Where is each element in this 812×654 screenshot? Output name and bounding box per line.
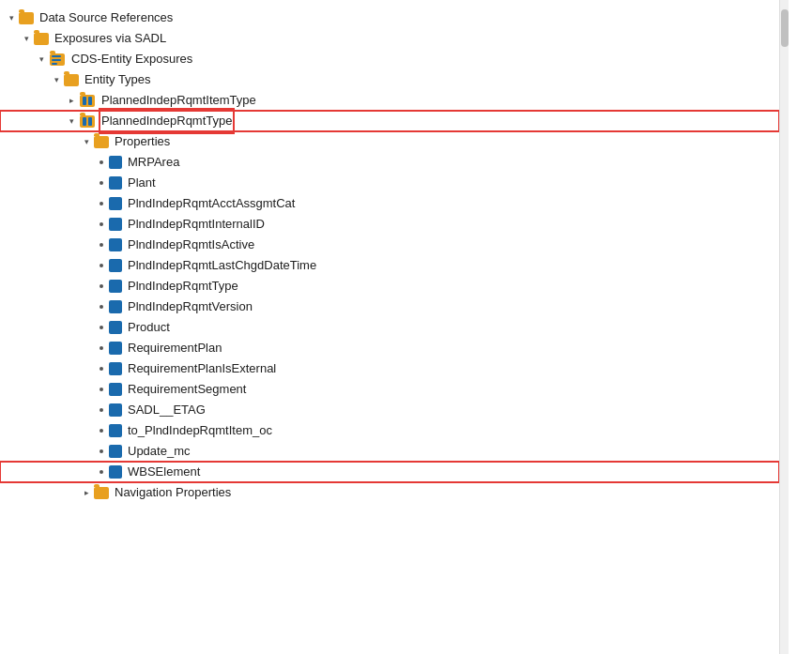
tree-item-mrp-area[interactable]: MRPArea [0,152,779,173]
expand-icon[interactable]: ▸ [79,485,94,500]
tree-item-label: CDS-Entity Exposures [71,49,192,69]
bullet [94,258,109,273]
tree-item-label: PlannedIndepRqmtType [101,111,232,131]
tree-item-plnd-indep-rqmt-internal-id[interactable]: PlndIndepRqmtInternalID [0,214,779,235]
type-icon [79,114,96,129]
tree-item-entity-types[interactable]: ▾Entity Types [0,69,779,90]
tree-item-label: Plant [128,173,156,193]
tree-item-label: Exposures via SADL [54,28,166,49]
bullet [94,464,109,479]
property-icon [109,197,122,210]
tree-item-label: RequirementPlan [128,338,222,358]
tree-item-plnd-indep-rqmt-is-active[interactable]: PlndIndepRqmtIsActive [0,235,779,255]
bullet [94,155,109,170]
bullet [94,175,109,190]
tree-item-label: PlndIndepRqmtAcctAssgmtCat [128,193,295,214]
tree-item-navigation-properties[interactable]: ▸Navigation Properties [0,482,779,503]
tree-item-to-plnd-indep-rqmt-item-oc[interactable]: to_PlndIndepRqmtItem_oc [0,420,779,441]
property-icon [109,342,122,355]
collapse-icon[interactable]: ▾ [34,52,49,67]
scrollbar-thumb[interactable] [781,9,789,47]
bullet [94,217,109,232]
tree-item-exposures-via-sadl[interactable]: ▾Exposures via SADL [0,28,779,49]
tree-item-label: RequirementPlanIsExternal [128,358,276,379]
folder-icon [34,33,49,45]
tree-item-properties[interactable]: ▾Properties [0,131,779,152]
tree-item-label: MRPArea [128,152,179,173]
folder-icon [64,74,79,86]
tree-item-data-source-references[interactable]: ▾Data Source References [0,8,779,28]
tree-item-label: Navigation Properties [115,482,231,503]
tree-item-label: PlndIndepRqmtVersion [128,297,253,317]
bullet [94,237,109,252]
tree-item-planned-indep-rqmt-type[interactable]: ▾ PlannedIndepRqmtType [0,111,779,131]
property-icon [109,176,122,190]
tree-item-update-mc[interactable]: Update_mc [0,441,779,462]
collapse-icon[interactable]: ▾ [49,72,64,87]
tree-item-plant[interactable]: Plant [0,173,779,193]
tree-item-label: PlndIndepRqmtLastChgdDateTime [128,255,316,276]
collapse-icon[interactable]: ▾ [79,134,94,149]
bullet [94,299,109,314]
collapse-icon[interactable]: ▾ [64,114,79,129]
bullet [94,361,109,376]
tree-item-plnd-indep-rqmt-last-chgd-date-time[interactable]: PlndIndepRqmtLastChgdDateTime [0,255,779,276]
tree-item-requirement-plan[interactable]: RequirementPlan [0,338,779,358]
bullet [94,341,109,356]
tree-item-requirement-segment[interactable]: RequirementSegment [0,379,779,400]
tree-item-wbs-element[interactable]: WBSElement [0,462,779,482]
bullet [94,444,109,459]
tree-item-label: PlndIndepRqmtIsActive [128,235,254,255]
tree-panel[interactable]: ▾Data Source References▾Exposures via SA… [0,0,779,654]
scrollbar[interactable] [779,0,789,654]
tree-item-label: Data Source References [39,8,173,28]
tree-item-plnd-indep-rqmt-type[interactable]: PlndIndepRqmtType [0,276,779,297]
tree-item-sadl-etag[interactable]: SADL__ETAG [0,400,779,420]
tree-item-label: to_PlndIndepRqmtItem_oc [128,420,272,441]
folder-icon [19,12,34,24]
tree-item-cds-entity-exposures[interactable]: ▾ CDS-Entity Exposures [0,49,779,69]
property-icon [109,362,122,375]
tree-item-label: Entity Types [84,69,151,90]
property-icon [109,321,122,334]
property-icon [109,280,122,293]
tree-item-planned-indep-rqmt-item-type[interactable]: ▸ PlannedIndepRqmtItemType [0,90,779,111]
tree-item-label: Product [128,317,170,338]
property-icon [109,259,122,272]
bullet [94,403,109,418]
tree-item-product[interactable]: Product [0,317,779,338]
collapse-icon[interactable]: ▾ [4,10,19,25]
tree-item-label: Properties [115,131,170,152]
collapse-icon[interactable]: ▾ [19,31,34,46]
tree-item-label: SADL__ETAG [128,400,206,420]
bullet [94,423,109,438]
property-icon [109,465,122,479]
tree-item-label: PlndIndepRqmtInternalID [128,214,265,235]
cds-icon [49,52,66,67]
tree-item-label: RequirementSegment [128,379,246,400]
property-icon [109,300,122,313]
bullet [94,196,109,211]
property-icon [109,238,122,251]
property-icon [109,445,122,458]
tree-item-plnd-indep-rqmt-version[interactable]: PlndIndepRqmtVersion [0,297,779,317]
tree-item-label: PlndIndepRqmtType [128,276,238,297]
tree-item-label: PlannedIndepRqmtItemType [101,90,256,111]
expand-icon[interactable]: ▸ [64,93,79,108]
bullet [94,320,109,335]
property-icon [109,403,122,417]
tree-item-label: WBSElement [128,462,200,482]
folder-icon [94,136,109,148]
property-icon [109,383,122,396]
property-icon [109,424,122,437]
tree-item-plnd-indep-rqmt-acct-assgmt-cat[interactable]: PlndIndepRqmtAcctAssgmtCat [0,193,779,214]
property-icon [109,218,122,231]
bullet [94,279,109,294]
folder-icon [94,487,109,499]
property-icon [109,156,122,169]
bullet [94,382,109,397]
type-icon [79,93,96,108]
tree-item-requirement-plan-is-external[interactable]: RequirementPlanIsExternal [0,358,779,379]
tree-item-label: Update_mc [128,441,190,462]
